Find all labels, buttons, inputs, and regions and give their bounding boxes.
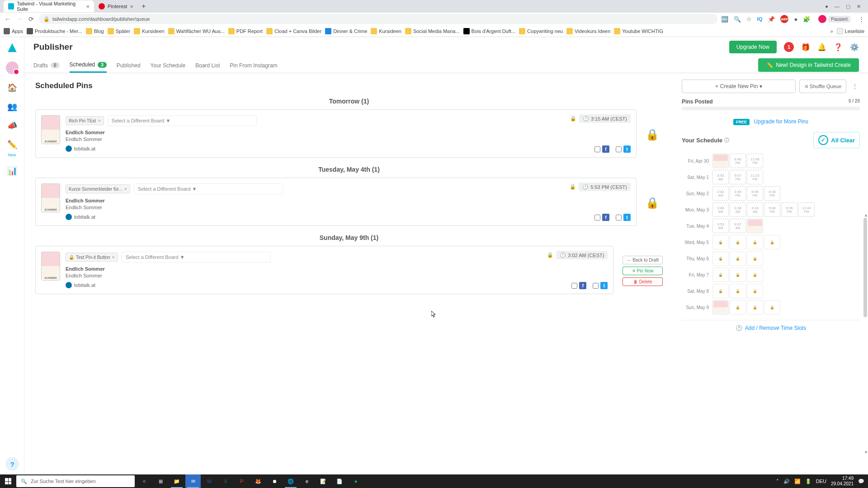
bookmark[interactable]: Videokurs Ideen [566, 28, 610, 34]
pin-description[interactable]: Endlich Sommer [66, 136, 631, 142]
shuffle-queue-button[interactable]: ⤨ Shuffle Queue [799, 80, 846, 93]
schedule-slot[interactable]: 9:40PM [730, 154, 746, 168]
pin-title[interactable]: Endlich Sommer [66, 266, 608, 272]
schedule-slot[interactable]: 4:10AM [747, 202, 763, 217]
menu-icon[interactable]: ⋮ [859, 16, 864, 23]
upgrade-button[interactable]: Upgrade Now [729, 41, 777, 53]
browser-tab-active[interactable]: Tailwind - Visual Marketing Suite × [4, 0, 94, 12]
upgrade-link[interactable]: FREE Upgrade for More Pins [682, 118, 860, 125]
pin-thumbnail[interactable]: SOMMER [41, 252, 60, 281]
pin-link[interactable]: tobitalk.at [66, 214, 631, 220]
schedule-slot-filled[interactable] [712, 154, 729, 168]
minimize-icon[interactable]: — [835, 4, 840, 9]
bookmark[interactable]: Kursideen [134, 28, 165, 34]
pin-title[interactable]: Endlich Sommer [66, 198, 631, 203]
pin-thumbnail[interactable]: SOMMER [41, 183, 60, 212]
schedule-slot[interactable]: 9:00PM [764, 202, 780, 217]
pin-description[interactable]: Endlich Sommer [66, 205, 631, 210]
tab-close-icon[interactable]: × [130, 3, 133, 10]
bookmark-apps[interactable]: Apps [4, 28, 23, 34]
nav-back-icon[interactable]: ← [4, 15, 12, 23]
design-button[interactable]: ✏️New! Design in Tailwind Create [758, 58, 859, 72]
ext-pin-icon[interactable]: 📌 [768, 16, 775, 23]
address-bar[interactable]: 🔒 tailwindapp.com/dashboard/publisher/qu… [39, 14, 717, 24]
board-tag[interactable]: 🔒 Test Pin-it Button× [66, 253, 118, 262]
schedule-slot[interactable]: 3:02AM [712, 186, 729, 201]
time-value[interactable]: 🕐3:02 AM (CEST) [556, 251, 608, 259]
scrollbar-thumb[interactable] [863, 218, 867, 317]
schedule-slot[interactable]: 11:42PM [798, 202, 815, 217]
schedule-slot[interactable]: 3:53AM [712, 170, 729, 184]
board-tag-remove-icon[interactable]: × [112, 254, 115, 260]
profile-badge[interactable]: Pausiert [816, 14, 853, 24]
tab-close-icon[interactable]: × [86, 3, 90, 10]
time-value[interactable]: 🕐5:53 PM (CEST) [579, 183, 631, 191]
twitter-icon[interactable]: t [600, 282, 608, 289]
bookmark[interactable]: Bois d'Argent Duft... [463, 28, 515, 34]
facebook-icon[interactable]: f [602, 145, 609, 153]
close-icon[interactable]: ✕ [857, 4, 861, 9]
bookmark[interactable]: Kursideen [371, 28, 401, 34]
notif-count-badge[interactable]: 1 [784, 42, 794, 52]
ext-abp-icon[interactable]: ABP [780, 15, 788, 23]
gift-icon[interactable]: 🎁 [801, 43, 810, 52]
star-icon[interactable]: ☆ [746, 16, 752, 23]
create-pin-button[interactable]: + Create New Pin ▾ [682, 80, 796, 93]
schedule-slot[interactable]: 3:53AM [712, 219, 729, 233]
bookmarks-overflow-icon[interactable]: » [830, 28, 833, 34]
bell-icon[interactable]: 🔔 [817, 43, 826, 52]
schedule-slot[interactable]: 2:49PM [730, 186, 746, 201]
scroll-down-icon[interactable]: ▾ [865, 450, 867, 455]
help-bubble[interactable]: ? [5, 457, 19, 471]
schedule-slot[interactable]: 6:58PM [747, 186, 763, 201]
bookmark[interactable]: Social Media Mana... [405, 28, 460, 34]
board-tag[interactable]: Rich Pin TEst× [66, 116, 104, 125]
schedule-slot[interactable]: 11:22PM [747, 170, 763, 184]
tw-checkbox[interactable] [593, 283, 599, 289]
tw-checkbox[interactable] [616, 215, 622, 221]
bookmark[interactable]: Produktsuche - Mer... [27, 28, 82, 34]
ext-io-icon[interactable]: IQ [757, 16, 763, 22]
board-select[interactable]: Select a Different Board ▼ [108, 115, 257, 126]
schedule-slot-filled[interactable] [712, 300, 729, 314]
people-icon[interactable]: 👥 [7, 101, 18, 112]
fb-checkbox[interactable] [594, 146, 600, 152]
info-icon[interactable]: ⓘ [724, 137, 729, 144]
puzzle-icon[interactable]: 🧩 [803, 16, 810, 23]
help-icon[interactable]: ❓ [834, 43, 843, 52]
board-tag-remove-icon[interactable]: × [124, 186, 127, 192]
tab-your-schedule[interactable]: Your Schedule [151, 57, 186, 73]
bookmark[interactable]: Leseliste [837, 28, 864, 34]
facebook-icon[interactable]: f [602, 214, 609, 221]
nav-reload-icon[interactable]: ⟳ [27, 15, 35, 23]
board-tag[interactable]: Kurze Sommerkleider für...× [66, 184, 130, 193]
scroll-up-icon[interactable]: ▴ [865, 212, 867, 217]
board-select[interactable]: Select a Different Board ▼ [134, 183, 283, 194]
twitter-icon[interactable]: t [623, 214, 631, 221]
tab-add-icon[interactable]: + [142, 2, 146, 10]
schedule-slot[interactable]: 8:30PM [764, 186, 780, 201]
fb-checkbox[interactable] [571, 283, 577, 289]
board-select[interactable]: Select a Different Board ▼ [122, 252, 271, 263]
ext-icon[interactable]: ● [794, 16, 797, 23]
sync-icon[interactable]: ● [825, 4, 828, 9]
schedule-slot[interactable]: 3:38AM [730, 202, 746, 217]
bookmark[interactable]: Youtube WICHTIG [614, 28, 663, 34]
bookmark[interactable]: Blog [86, 28, 104, 34]
board-tag-remove-icon[interactable]: × [98, 118, 100, 123]
tab-board-list[interactable]: Board List [195, 57, 220, 73]
bookmark[interactable]: Wahlfächer WU Aus... [168, 28, 225, 34]
pin-description[interactable]: Endlich Sommer [66, 273, 608, 278]
gear-icon[interactable]: ⚙️ [850, 43, 859, 52]
translate-icon[interactable]: 🔤 [721, 16, 728, 23]
bookmark[interactable]: Copywriting neu [519, 28, 563, 34]
analytics-icon[interactable]: 📊 [7, 165, 18, 176]
pin-link[interactable]: tobitalk.at [66, 282, 608, 288]
tab-drafts[interactable]: Drafts0 [33, 57, 60, 73]
back-to-draft-button[interactable]: ← Back to Draft [623, 256, 663, 264]
time-value[interactable]: 🕐3:15 AM (CEST) [579, 114, 631, 123]
schedule-slot[interactable]: 11:56PM [747, 154, 763, 168]
tab-scheduled[interactable]: Scheduled3 [70, 57, 107, 73]
tw-checkbox[interactable] [616, 146, 622, 152]
app-logo-icon[interactable] [7, 42, 18, 53]
